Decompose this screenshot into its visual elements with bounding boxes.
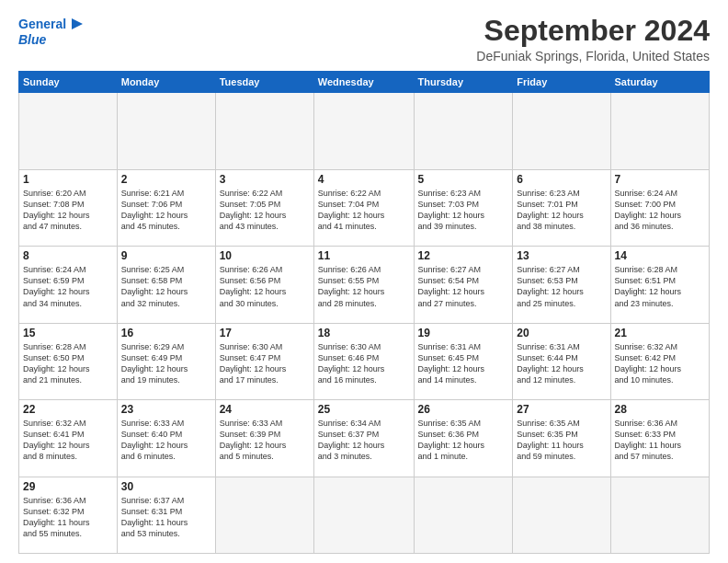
- day-info: Sunrise: 6:33 AM Sunset: 6:39 PM Dayligh…: [220, 418, 310, 463]
- day-info: Sunrise: 6:31 AM Sunset: 6:44 PM Dayligh…: [517, 341, 606, 386]
- day-info: Sunrise: 6:28 AM Sunset: 6:50 PM Dayligh…: [23, 341, 113, 386]
- calendar-cell: 8Sunrise: 6:24 AM Sunset: 6:59 PM Daylig…: [19, 247, 118, 323]
- day-number: 2: [121, 173, 211, 186]
- day-info: Sunrise: 6:29 AM Sunset: 6:49 PM Dayligh…: [121, 341, 211, 386]
- day-info: Sunrise: 6:34 AM Sunset: 6:37 PM Dayligh…: [318, 418, 410, 463]
- day-info: Sunrise: 6:36 AM Sunset: 6:32 PM Dayligh…: [23, 495, 113, 540]
- day-number: 25: [318, 403, 410, 416]
- day-number: 15: [23, 327, 113, 339]
- calendar-cell: [513, 477, 610, 553]
- day-number: 17: [220, 327, 310, 339]
- day-number: 14: [615, 249, 705, 262]
- calendar-cell: 2Sunrise: 6:21 AM Sunset: 7:06 PM Daylig…: [117, 169, 215, 246]
- day-number: 18: [318, 327, 410, 339]
- calendar-cell: 13Sunrise: 6:27 AM Sunset: 6:53 PM Dayli…: [513, 247, 610, 323]
- calendar-cell: 23Sunrise: 6:33 AM Sunset: 6:40 PM Dayli…: [117, 400, 215, 477]
- calendar-cell: 14Sunrise: 6:28 AM Sunset: 6:51 PM Dayli…: [610, 247, 709, 323]
- calendar-cell: 26Sunrise: 6:35 AM Sunset: 6:36 PM Dayli…: [414, 400, 513, 477]
- calendar-cell: [19, 93, 118, 169]
- day-number: 5: [418, 173, 509, 186]
- day-info: Sunrise: 6:30 AM Sunset: 6:46 PM Dayligh…: [318, 341, 410, 386]
- day-info: Sunrise: 6:35 AM Sunset: 6:35 PM Dayligh…: [517, 418, 606, 463]
- day-number: 7: [615, 173, 705, 186]
- day-number: 13: [517, 249, 606, 262]
- calendar-cell: 3Sunrise: 6:22 AM Sunset: 7:05 PM Daylig…: [215, 169, 313, 246]
- day-info: Sunrise: 6:35 AM Sunset: 6:36 PM Dayligh…: [418, 418, 509, 463]
- calendar-cell: [414, 477, 513, 553]
- calendar-cell: 10Sunrise: 6:26 AM Sunset: 6:56 PM Dayli…: [215, 247, 313, 323]
- day-number: 8: [23, 249, 113, 262]
- day-number: 30: [121, 480, 211, 493]
- col-saturday: Saturday: [610, 72, 709, 93]
- col-thursday: Thursday: [414, 72, 513, 93]
- subtitle: DeFuniak Springs, Florida, United States: [476, 49, 710, 63]
- week-row-5: 29Sunrise: 6:36 AM Sunset: 6:32 PM Dayli…: [19, 477, 710, 553]
- calendar-cell: [610, 477, 709, 553]
- calendar-cell: [117, 93, 215, 169]
- calendar-cell: 22Sunrise: 6:32 AM Sunset: 6:41 PM Dayli…: [19, 400, 118, 477]
- day-info: Sunrise: 6:32 AM Sunset: 6:41 PM Dayligh…: [23, 418, 113, 463]
- day-number: 4: [318, 173, 410, 186]
- day-info: Sunrise: 6:31 AM Sunset: 6:45 PM Dayligh…: [418, 341, 509, 386]
- calendar-cell: 16Sunrise: 6:29 AM Sunset: 6:49 PM Dayli…: [117, 323, 215, 399]
- day-number: 26: [418, 403, 509, 416]
- calendar-cell: 25Sunrise: 6:34 AM Sunset: 6:37 PM Dayli…: [313, 400, 414, 477]
- day-info: Sunrise: 6:20 AM Sunset: 7:08 PM Dayligh…: [23, 188, 113, 233]
- day-number: 28: [615, 403, 705, 416]
- calendar-cell: [414, 93, 513, 169]
- svg-marker-0: [72, 18, 83, 29]
- day-info: Sunrise: 6:30 AM Sunset: 6:47 PM Dayligh…: [220, 341, 310, 386]
- calendar-table: Sunday Monday Tuesday Wednesday Thursday…: [18, 71, 710, 554]
- day-number: 9: [121, 249, 211, 262]
- logo: General Blue: [18, 15, 85, 47]
- calendar-cell: 15Sunrise: 6:28 AM Sunset: 6:50 PM Dayli…: [19, 323, 118, 399]
- calendar-cell: [215, 93, 313, 169]
- week-row-1: 1Sunrise: 6:20 AM Sunset: 7:08 PM Daylig…: [19, 169, 710, 246]
- day-info: Sunrise: 6:23 AM Sunset: 7:03 PM Dayligh…: [418, 188, 509, 233]
- day-number: 27: [517, 403, 606, 416]
- day-number: 6: [517, 173, 606, 186]
- col-sunday: Sunday: [19, 72, 118, 93]
- day-info: Sunrise: 6:25 AM Sunset: 6:58 PM Dayligh…: [121, 264, 211, 309]
- day-info: Sunrise: 6:24 AM Sunset: 6:59 PM Dayligh…: [23, 264, 113, 309]
- day-info: Sunrise: 6:27 AM Sunset: 6:53 PM Dayligh…: [517, 264, 606, 309]
- day-info: Sunrise: 6:33 AM Sunset: 6:40 PM Dayligh…: [121, 418, 211, 463]
- day-number: 20: [517, 327, 606, 339]
- calendar-cell: 21Sunrise: 6:32 AM Sunset: 6:42 PM Dayli…: [610, 323, 709, 399]
- page: General Blue September 2024 DeFuniak Spr…: [0, 0, 728, 563]
- calendar-cell: 7Sunrise: 6:24 AM Sunset: 7:00 PM Daylig…: [610, 169, 709, 246]
- day-info: Sunrise: 6:21 AM Sunset: 7:06 PM Dayligh…: [121, 188, 211, 233]
- day-number: 10: [220, 249, 310, 262]
- day-info: Sunrise: 6:24 AM Sunset: 7:00 PM Dayligh…: [615, 188, 705, 233]
- calendar-cell: 5Sunrise: 6:23 AM Sunset: 7:03 PM Daylig…: [414, 169, 513, 246]
- day-number: 24: [220, 403, 310, 416]
- calendar-cell: [313, 477, 414, 553]
- calendar-cell: 1Sunrise: 6:20 AM Sunset: 7:08 PM Daylig…: [19, 169, 118, 246]
- day-number: 19: [418, 327, 509, 339]
- day-info: Sunrise: 6:26 AM Sunset: 6:56 PM Dayligh…: [220, 264, 310, 309]
- day-info: Sunrise: 6:22 AM Sunset: 7:05 PM Dayligh…: [220, 188, 310, 233]
- calendar-cell: 29Sunrise: 6:36 AM Sunset: 6:32 PM Dayli…: [19, 477, 118, 553]
- calendar-cell: 30Sunrise: 6:37 AM Sunset: 6:31 PM Dayli…: [117, 477, 215, 553]
- calendar-header-row: Sunday Monday Tuesday Wednesday Thursday…: [19, 72, 710, 93]
- col-wednesday: Wednesday: [313, 72, 414, 93]
- day-number: 21: [615, 327, 705, 339]
- logo-blue-text: Blue: [18, 33, 46, 47]
- calendar-cell: 28Sunrise: 6:36 AM Sunset: 6:33 PM Dayli…: [610, 400, 709, 477]
- day-info: Sunrise: 6:36 AM Sunset: 6:33 PM Dayligh…: [615, 418, 705, 463]
- day-number: 12: [418, 249, 509, 262]
- week-row-4: 22Sunrise: 6:32 AM Sunset: 6:41 PM Dayli…: [19, 400, 710, 477]
- day-info: Sunrise: 6:22 AM Sunset: 7:04 PM Dayligh…: [318, 188, 410, 233]
- calendar-cell: 11Sunrise: 6:26 AM Sunset: 6:55 PM Dayli…: [313, 247, 414, 323]
- calendar-cell: 12Sunrise: 6:27 AM Sunset: 6:54 PM Dayli…: [414, 247, 513, 323]
- col-tuesday: Tuesday: [215, 72, 313, 93]
- header: General Blue September 2024 DeFuniak Spr…: [18, 15, 710, 63]
- day-number: 3: [220, 173, 310, 186]
- col-friday: Friday: [513, 72, 610, 93]
- calendar-cell: [513, 93, 610, 169]
- calendar-cell: 24Sunrise: 6:33 AM Sunset: 6:39 PM Dayli…: [215, 400, 313, 477]
- calendar-cell: 6Sunrise: 6:23 AM Sunset: 7:01 PM Daylig…: [513, 169, 610, 246]
- main-title: September 2024: [476, 15, 710, 47]
- day-info: Sunrise: 6:32 AM Sunset: 6:42 PM Dayligh…: [615, 341, 705, 386]
- calendar-cell: 18Sunrise: 6:30 AM Sunset: 6:46 PM Dayli…: [313, 323, 414, 399]
